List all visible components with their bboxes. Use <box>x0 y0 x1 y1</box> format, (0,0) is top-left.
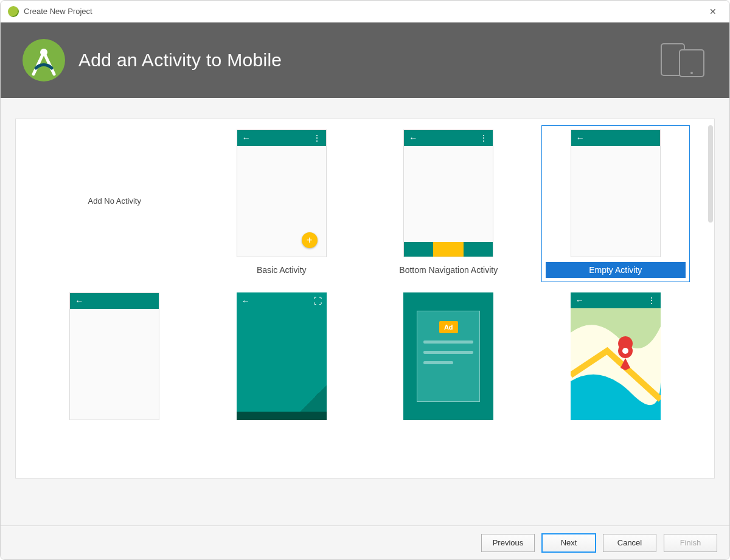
template-basic-activity[interactable]: ← ⋮ + Basic Activity <box>207 125 356 282</box>
ad-badge: Ad <box>439 321 458 333</box>
template-empty-activity[interactable]: ← Empty Activity <box>541 125 690 282</box>
overflow-menu-icon: ⋮ <box>479 134 488 142</box>
next-button[interactable]: Next <box>542 534 596 552</box>
scrollbar[interactable] <box>708 125 713 223</box>
wizard-footer: Previous Next Cancel Finish <box>1 525 729 559</box>
back-arrow-icon: ← <box>242 134 251 142</box>
wizard-banner: Add an Activity to Mobile <box>1 22 729 98</box>
template-label: Bottom Navigation Activity <box>399 262 498 278</box>
devices-icon <box>660 41 707 80</box>
template-row2-item-2[interactable]: ← ⛶ <box>207 288 356 424</box>
fab-icon: + <box>302 232 318 248</box>
back-arrow-icon: ← <box>242 296 250 306</box>
template-label: Basic Activity <box>257 262 307 278</box>
fullscreen-icon: ⛶ <box>313 296 322 306</box>
wizard-title: Add an Activity to Mobile <box>78 50 282 71</box>
finish-button: Finish <box>664 534 717 552</box>
preview-appbar: ← ⋮ <box>571 292 661 308</box>
overflow-menu-icon: ⋮ <box>647 296 656 305</box>
back-arrow-icon: ← <box>575 296 584 305</box>
preview-appbar: ← <box>571 130 660 146</box>
template-gallery: Add No Activity ← ⋮ + Basic Activity ← ⋮ <box>15 119 715 479</box>
previous-button[interactable]: Previous <box>481 534 535 552</box>
template-label: Empty Activity <box>546 262 686 278</box>
svg-point-3 <box>690 72 693 74</box>
template-row2-item-3[interactable]: Ad <box>374 288 523 424</box>
back-arrow-icon: ← <box>409 134 417 142</box>
wizard-content: Add No Activity ← ⋮ + Basic Activity ← ⋮ <box>1 98 729 525</box>
preview-appbar: ← ⋮ <box>237 130 326 146</box>
overflow-menu-icon: ⋮ <box>313 134 321 142</box>
window-title: Create New Project <box>24 7 704 16</box>
window-titlebar: Create New Project ✕ <box>1 1 729 22</box>
preview-appbar: ← ⋮ <box>404 130 493 146</box>
preview-bottom-nav <box>404 242 493 257</box>
close-icon[interactable]: ✕ <box>704 2 722 21</box>
preview-appbar: ← <box>70 293 159 309</box>
template-row2-item-1[interactable]: ← <box>40 288 189 424</box>
android-studio-logo <box>23 39 65 81</box>
template-add-no-activity[interactable]: Add No Activity <box>40 125 189 276</box>
template-bottom-navigation-activity[interactable]: ← ⋮ Bottom Navigation Activity <box>374 125 523 282</box>
template-label: Add No Activity <box>88 196 141 206</box>
template-row2-item-4[interactable]: ← ⋮ <box>541 288 690 424</box>
cancel-button[interactable]: Cancel <box>603 534 656 552</box>
back-arrow-icon: ← <box>75 297 83 305</box>
back-arrow-icon: ← <box>576 134 585 142</box>
android-studio-icon <box>8 6 19 17</box>
svg-point-5 <box>622 348 628 354</box>
